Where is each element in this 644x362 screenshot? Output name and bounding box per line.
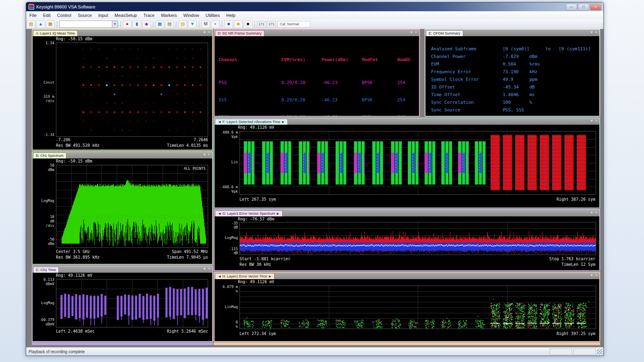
cell-channel: PSS [219, 79, 281, 86]
menu-trace[interactable]: Trace [140, 11, 158, 19]
menu-control[interactable]: Control [54, 11, 74, 19]
y-axis-bottom-label: -115 [215, 247, 238, 251]
trace-point-icon[interactable]: ▪ [211, 20, 220, 28]
menu-window[interactable]: Window [180, 11, 202, 19]
layout-grid-icon[interactable]: ▦ [155, 20, 164, 28]
list-item: Sync SourcePSS, SSS [431, 106, 591, 114]
menu-edit[interactable]: Edit [40, 11, 54, 19]
summary-value: -7.829 dBm [503, 53, 537, 60]
color-swatch-black-icon[interactable]: ■ [244, 20, 252, 28]
panel-f-buttons[interactable]: ▾ × [591, 119, 598, 123]
panel-time: C: Ch1 Time ▾ × Rng: 49.1126 mV 6.113 dB… [32, 265, 213, 342]
panel-h-buttons[interactable]: ▾ × [591, 273, 598, 277]
app-icon [29, 4, 34, 10]
panel-f-content: Rng: 49.1126 mV 488.6 m Vpk Lin -488.6 m… [215, 125, 599, 208]
col-modfmt: ModFmt [362, 56, 397, 63]
save-icon[interactable]: ▦ [46, 20, 55, 28]
right-column-strip [214, 342, 600, 345]
panel-e-buttons[interactable]: ▾ × [591, 30, 598, 34]
list-item: Frequency Error73.190 kHz [431, 68, 591, 76]
x-axis-left-label: Left 267.35 sym [239, 197, 276, 202]
table-row[interactable]: PBCH 0.30/0.28 -46.23 QPSK 640 [219, 114, 418, 116]
panel-a-tab[interactable]: A: Layer1 IQ Meas Time [33, 30, 78, 36]
menu-meassetup[interactable]: MeasSetup [111, 11, 140, 19]
resize-grip[interactable] [597, 349, 603, 354]
upload-icon[interactable]: ▲ [36, 20, 45, 28]
color-swatch-blue-icon[interactable]: ■ [224, 20, 233, 28]
panel-e-tab[interactable]: E: OFDM Summary [426, 30, 463, 36]
minimize-button[interactable]: — [566, 4, 577, 10]
x-axis-left-label: Left 2.4638 mSec [56, 329, 95, 333]
panel-g-buttons[interactable]: ▾ × [591, 210, 598, 214]
summary-label: Symbol Clock Error [431, 76, 503, 83]
summary-label: Frequency Error [431, 68, 503, 76]
cell-evm: 0.30/0.28 [281, 114, 322, 116]
y-axis-top-unit: % [215, 289, 238, 293]
summary-value: 1.4846 ms [503, 91, 535, 99]
y-axis-top-label: 50 [33, 163, 54, 167]
menu-markers[interactable]: Markers [158, 11, 180, 19]
cell-modfmt: BPSK [362, 79, 397, 86]
range-readout: Rng: -76.57 dBm [238, 217, 274, 221]
open-icon[interactable]: ▨ [27, 20, 35, 28]
measurement-combo[interactable]: ▾ [60, 21, 118, 28]
y-axis-bottom-unit: % [215, 325, 238, 329]
panel-c-titlebar: C: Ch1 Time ▾ × [33, 266, 212, 273]
panel-g-content: Rng: -76.57 dBm -35 dB LogMag -115 dB St… [215, 216, 599, 270]
resbw-readout: Res BW 361.895 kHz [56, 255, 99, 259]
cell-power: -46.23 [322, 114, 362, 116]
restart-icon[interactable]: ▼ [188, 20, 197, 28]
panel-d-tab[interactable]: D: 5G NR Frame Summary [215, 30, 264, 36]
record-icon[interactable]: ● [123, 20, 132, 28]
table-row[interactable]: PSS 0.29/0.28 -46.23 BPSK 254 [219, 79, 418, 86]
panel-b-title: B: Ch1 Spectrum [36, 154, 64, 158]
evt-plot [239, 286, 596, 329]
window-tile-icon[interactable]: ▤ [165, 20, 174, 28]
chevron-down-icon[interactable]: ▾ [112, 21, 118, 27]
panel-h-tab[interactable]: ◄ H: Layer1 Error Vector Time ► [215, 273, 275, 279]
math-icon[interactable]: M [201, 20, 210, 28]
color-swatch-yellow-icon[interactable]: ■ [234, 20, 243, 28]
cell-channel: SSS [219, 97, 281, 103]
cal-status[interactable]: Cal: Normal [277, 21, 310, 27]
panel-c-content: Rng: 49.1126 mV 6.113 dBmV LogMag -60.37… [33, 273, 212, 341]
allocations-plot [239, 131, 596, 195]
table-row[interactable]: SSS 0.29/0.28 -46.23 BPSK 254 [219, 97, 418, 103]
y-axis-scale-unit: dB [33, 219, 54, 223]
close-button[interactable]: × [590, 4, 601, 10]
panel-g-titlebar: ◄ G: Layer1 Error Vector Spectrum ► ▾ × [215, 210, 599, 216]
panel-f-tab[interactable]: ◄ F: Layer1 Detected Allocations Time ► [215, 119, 288, 125]
window-title: Keysight 89600 VSA Software [36, 4, 95, 9]
menu-help[interactable]: Help [223, 11, 239, 19]
maximize-button[interactable]: □ [578, 4, 589, 10]
window-titlebar[interactable]: Keysight 89600 VSA Software — □ × [26, 2, 603, 11]
status-segment-1 [549, 348, 572, 355]
panel-b-buttons[interactable]: ▾ × [204, 152, 211, 156]
marker-icon[interactable]: ◆ [142, 20, 151, 28]
vsa-main-window: Keysight 89600 VSA Software — □ × File E… [26, 2, 604, 356]
list-item: Time Offset1.4846 ms [431, 91, 591, 99]
panel-c-title: C: Ch1 Time [36, 268, 56, 272]
menu-file[interactable]: File [26, 11, 40, 19]
recall-icon[interactable]: ▨ [178, 20, 187, 28]
workspace: A: Layer1 IQ Meas Time ▾ × Rng: -50.15 d… [26, 29, 603, 348]
menu-input[interactable]: Input [95, 11, 111, 19]
menu-source[interactable]: Source [74, 11, 95, 19]
panel-c-buttons[interactable]: ▾ × [204, 267, 211, 271]
panel-g-tab[interactable]: ◄ G: Layer1 Error Vector Spectrum ► [215, 210, 283, 216]
pause-icon[interactable]: ▮ [132, 20, 141, 28]
menu-utilities[interactable]: Utilities [202, 11, 223, 19]
panel-frame-summary: D: 5G NR Frame Summary ▾ × Channel EVM(%… [214, 29, 420, 117]
list-item: Symbol Clock Error49.9 ppm [431, 76, 591, 83]
y-axis-format-label: Lin [215, 160, 238, 164]
range-readout: Rng: 49.1126 mV [238, 280, 274, 284]
toolbar-separator [176, 21, 176, 28]
panel-c-tab[interactable]: C: Ch1 Time [33, 267, 59, 273]
panel-d-buttons[interactable]: ▾ × [411, 30, 418, 34]
panel-a-buttons[interactable]: ▾ × [204, 30, 211, 34]
panel-b-tab[interactable]: B: Ch1 Spectrum [33, 152, 66, 158]
toolbar-separator [199, 21, 199, 28]
range-readout: Rng: -50.15 dBm [56, 159, 92, 163]
y-axis-bottom-unit: dBm [33, 242, 54, 246]
panel-e-content: Analyzed Subframe[0 (sym0)] to [0 (sym11… [425, 36, 599, 116]
